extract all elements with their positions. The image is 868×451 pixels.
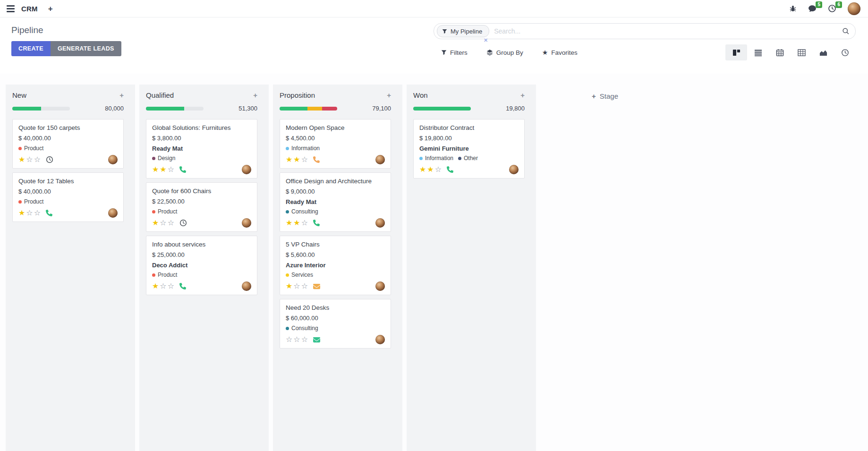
facet-remove-icon[interactable]: ✕ <box>484 37 488 43</box>
view-pivot-button[interactable] <box>791 44 812 60</box>
card-title: Quote for 12 Tables <box>18 178 118 185</box>
search-bar[interactable]: My Pipeline ✕ <box>434 23 856 39</box>
new-tab-icon[interactable]: + <box>48 5 53 13</box>
card-tag: Information <box>286 145 320 152</box>
phone-icon[interactable] <box>46 210 52 216</box>
card-tag: Product <box>18 145 43 152</box>
search-facet-label: My Pipeline <box>451 28 482 35</box>
messages-icon[interactable]: 5 <box>808 4 817 13</box>
assignee-avatar[interactable] <box>242 281 251 291</box>
top-navbar: CRM + 5 6 <box>0 0 868 17</box>
mail-icon[interactable] <box>313 283 320 290</box>
kanban-board: New + 80,000 Quote for 150 carpets $ 40,… <box>0 74 868 451</box>
assignee-avatar[interactable] <box>375 155 385 164</box>
mail-icon[interactable] <box>313 336 320 343</box>
clock-icon[interactable] <box>46 156 53 163</box>
kanban-card[interactable]: Need 20 Desks $ 60,000.00 Consulting ☆☆☆ <box>280 299 391 349</box>
phone-icon[interactable] <box>313 156 320 163</box>
card-title: Need 20 Desks <box>286 304 385 311</box>
user-avatar[interactable] <box>848 2 860 15</box>
app-name[interactable]: CRM <box>21 5 38 13</box>
card-amount: $ 25,000.00 <box>152 251 251 258</box>
tag-label: Product <box>158 208 177 215</box>
assignee-avatar[interactable] <box>108 155 118 164</box>
column-progressbar[interactable] <box>413 107 471 111</box>
priority-stars[interactable]: ★☆☆ <box>286 282 309 290</box>
quick-create-icon[interactable]: + <box>387 92 391 99</box>
group-by-button[interactable]: Group By <box>486 49 523 56</box>
column-title[interactable]: Proposition <box>280 91 315 99</box>
kanban-card[interactable]: Quote for 12 Tables $ 40,000.00 Product … <box>12 172 124 222</box>
kanban-card[interactable]: 5 VP Chairs $ 5,600.00 Azure Interior Se… <box>280 236 391 295</box>
assignee-avatar[interactable] <box>509 165 519 174</box>
search-icon[interactable] <box>842 27 850 35</box>
card-partner: Gemini Furniture <box>419 145 519 152</box>
filters-funnel-icon <box>441 50 447 55</box>
clock-icon[interactable] <box>179 219 187 227</box>
priority-stars[interactable]: ★☆☆ <box>18 209 42 217</box>
tag-dot <box>18 147 22 150</box>
assignee-avatar[interactable] <box>375 335 385 344</box>
kanban-card[interactable]: Office Design and Architecture $ 9,000.0… <box>280 172 391 232</box>
priority-stars[interactable]: ★★☆ <box>286 219 309 227</box>
filter-funnel-icon <box>442 29 447 34</box>
generate-leads-button[interactable]: GENERATE LEADS <box>51 41 121 56</box>
column-title[interactable]: New <box>12 91 26 99</box>
search-facet[interactable]: My Pipeline ✕ <box>437 25 489 37</box>
create-button[interactable]: CREATE <box>11 41 51 56</box>
quick-create-icon[interactable]: + <box>119 92 124 99</box>
tag-label: Consulting <box>291 208 318 215</box>
assignee-avatar[interactable] <box>108 208 118 218</box>
apps-menu-icon[interactable] <box>7 5 15 12</box>
kanban-card[interactable]: Global Solutions: Furnitures $ 3,800.00 … <box>146 119 257 179</box>
priority-stars[interactable]: ★★☆ <box>419 166 443 173</box>
view-calendar-button[interactable] <box>769 44 791 60</box>
priority-stars[interactable]: ★★☆ <box>286 156 309 163</box>
kanban-column-qualified: Qualified + 51,300 Global Solutions: Fur… <box>139 85 269 451</box>
plus-icon: + <box>592 92 596 100</box>
activities-clock-icon[interactable]: 6 <box>828 4 836 13</box>
column-title[interactable]: Won <box>413 91 428 99</box>
kanban-card[interactable]: Quote for 600 Chairs $ 22,500.00 Product… <box>146 182 257 232</box>
phone-icon[interactable] <box>179 166 186 173</box>
priority-stars[interactable]: ★☆☆ <box>152 282 175 290</box>
phone-icon[interactable] <box>179 283 186 289</box>
page-title: Pipeline <box>11 25 121 35</box>
view-list-button[interactable] <box>747 44 769 60</box>
tag-dot <box>18 200 22 204</box>
assignee-avatar[interactable] <box>242 218 251 228</box>
column-progressbar[interactable] <box>146 107 204 111</box>
assignee-avatar[interactable] <box>375 281 385 291</box>
quick-create-icon[interactable]: + <box>520 92 525 99</box>
phone-icon[interactable] <box>447 166 453 173</box>
column-progressbar[interactable] <box>280 107 337 111</box>
column-title[interactable]: Qualified <box>146 91 174 99</box>
column-progressbar[interactable] <box>12 107 70 111</box>
view-kanban-button[interactable] <box>725 44 747 60</box>
search-input[interactable] <box>489 27 842 35</box>
filters-button[interactable]: Filters <box>441 49 468 56</box>
kanban-card[interactable]: Info about services $ 25,000.00 Deco Add… <box>146 236 257 295</box>
column-total: 19,800 <box>506 105 525 112</box>
favorites-button[interactable]: ★ Favorites <box>542 49 578 56</box>
quick-create-icon[interactable]: + <box>253 92 257 99</box>
kanban-card[interactable]: Quote for 150 carpets $ 40,000.00 Produc… <box>12 119 124 169</box>
priority-stars[interactable]: ★☆☆ <box>152 219 175 227</box>
card-tag: Design <box>152 155 175 162</box>
tag-dot <box>286 147 289 150</box>
add-stage-button[interactable]: + Stage <box>592 92 618 100</box>
priority-stars[interactable]: ★☆☆ <box>18 156 42 163</box>
assignee-avatar[interactable] <box>375 218 385 228</box>
view-graph-button[interactable] <box>812 44 834 60</box>
card-tag: Consulting <box>286 208 318 215</box>
debug-bug-icon[interactable] <box>789 5 797 12</box>
card-title: Info about services <box>152 241 251 248</box>
priority-stars[interactable]: ★★☆ <box>152 166 175 173</box>
phone-icon[interactable] <box>313 220 320 226</box>
assignee-avatar[interactable] <box>242 165 251 174</box>
priority-stars[interactable]: ☆☆☆ <box>286 336 309 343</box>
kanban-card[interactable]: Distributor Contract $ 19,800.00 Gemini … <box>413 119 525 179</box>
kanban-card[interactable]: Modern Open Space $ 4,500.00 Information… <box>280 119 391 169</box>
view-activity-button[interactable] <box>834 44 856 60</box>
tag-label: Product <box>158 272 177 278</box>
